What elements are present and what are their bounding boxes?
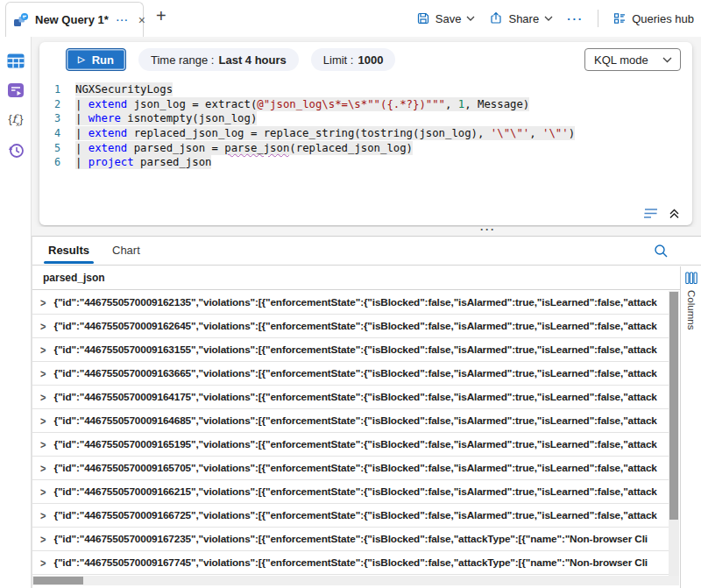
table-row[interactable]: >{"id":"4467550570009163665","violations…: [32, 362, 669, 386]
code-line[interactable]: 5| extend parsed_json = parse_json(repla…: [39, 140, 692, 155]
limit-pill[interactable]: Limit : 1000: [311, 48, 396, 71]
search-icon[interactable]: [654, 244, 669, 262]
columns-icon: [685, 272, 697, 285]
tab-results[interactable]: Results: [48, 237, 89, 265]
query-tab[interactable]: New Query 1* ··· ×: [5, 2, 144, 37]
code-text: | project parsed_json: [75, 156, 211, 168]
expand-row-icon[interactable]: >: [40, 414, 46, 427]
code-text: | extend json_log = extract(@"json_log\s…: [75, 98, 529, 110]
horizontal-scrollbar-thumb[interactable]: [33, 577, 83, 584]
column-header-parsed-json[interactable]: parsed_json: [32, 266, 680, 290]
line-number: 1: [39, 83, 60, 96]
vertical-scrollbar-thumb[interactable]: [669, 292, 678, 520]
table-row[interactable]: >{"id":"4467550570009164685","violations…: [32, 409, 669, 433]
format-lines-icon[interactable]: [643, 208, 658, 219]
more-actions-button[interactable]: ···: [567, 12, 584, 25]
parsed-json-cell: {"id":"4467550570009163155","violations"…: [53, 344, 656, 356]
expand-row-icon[interactable]: >: [40, 296, 46, 308]
parsed-json-cell: {"id":"4467550570009164685","violations"…: [53, 414, 656, 427]
table-row[interactable]: >{"id":"4467550570009166725","violations…: [32, 504, 669, 528]
table-row[interactable]: >{"id":"4467550570009162645","violations…: [32, 315, 669, 338]
results-panel: Results Chart parsed_json >{"id":"446755…: [32, 236, 701, 588]
parsed-json-cell: {"id":"4467550570009166215","violations"…: [53, 485, 656, 498]
table-row[interactable]: >{"id":"4467550570009167745","violations…: [32, 551, 669, 575]
parsed-json-cell: {"id":"4467550570009162135","violations"…: [53, 296, 656, 308]
line-number: 2: [39, 98, 60, 110]
results-tabs: Results Chart: [32, 237, 701, 266]
run-button[interactable]: ▷ Run: [66, 48, 126, 71]
kusto-web-explorer: New Query 1* ··· × + Save: [0, 0, 701, 588]
expand-row-icon[interactable]: >: [40, 367, 46, 379]
line-number: 5: [39, 142, 60, 154]
functions-icon[interactable]: {fx}: [0, 105, 32, 135]
panel-splitter[interactable]: ···: [32, 227, 701, 236]
parsed-json-cell: {"id":"4467550570009163665","violations"…: [53, 367, 656, 379]
code-text: NGXSecurityLogs: [75, 83, 173, 96]
time-range-pill[interactable]: Time range : Last 4 hours: [138, 48, 299, 71]
table-row[interactable]: >{"id":"4467550570009163155","violations…: [32, 338, 669, 362]
expand-row-icon[interactable]: >: [40, 438, 46, 450]
expand-row-icon[interactable]: >: [40, 320, 46, 332]
expand-row-icon[interactable]: >: [40, 462, 46, 474]
saved-queries-icon[interactable]: [0, 75, 32, 105]
expand-row-icon[interactable]: >: [40, 556, 46, 569]
tab-chart[interactable]: Chart: [112, 237, 140, 265]
editor-actions: [643, 208, 680, 219]
code-text: | where isnotempty(json_log): [75, 112, 257, 124]
horizontal-scrollbar[interactable]: [32, 576, 679, 585]
columns-panel-label: Columns: [686, 290, 697, 329]
splitter-handle-icon[interactable]: ···: [480, 223, 496, 236]
new-tab-button[interactable]: +: [156, 7, 166, 25]
table-row[interactable]: >{"id":"4467550570009166215","violations…: [32, 480, 669, 504]
history-icon[interactable]: [0, 135, 32, 165]
save-button[interactable]: Save: [416, 11, 476, 25]
left-sidebar: {fx}: [0, 37, 32, 588]
queries-hub-button[interactable]: Queries hub: [612, 11, 694, 25]
kql-mode-dropdown[interactable]: KQL mode: [584, 48, 681, 71]
code-line[interactable]: 3| where isnotempty(json_log): [39, 111, 692, 126]
top-actions: Save Share ···: [416, 0, 694, 37]
table-row[interactable]: >{"id":"4467550570009165195","violations…: [32, 433, 669, 457]
tab-close-icon[interactable]: ×: [138, 13, 145, 27]
parsed-json-cell: {"id":"4467550570009162645","violations"…: [53, 320, 656, 332]
share-button[interactable]: Share: [489, 11, 553, 25]
query-editor-card: ▷ Run Time range : Last 4 hours Limit : …: [39, 42, 692, 225]
adx-logo-icon: [13, 12, 29, 28]
columns-side-panel[interactable]: Columns: [680, 266, 701, 588]
parsed-json-cell: {"id":"4467550570009166725","violations"…: [53, 509, 656, 521]
line-number: 4: [39, 127, 60, 139]
expand-row-icon[interactable]: >: [40, 485, 46, 498]
expand-row-icon[interactable]: >: [40, 344, 46, 356]
tab-title: New Query 1*: [35, 13, 109, 26]
code-line[interactable]: 2| extend json_log = extract(@"json_log\…: [39, 97, 692, 112]
query-toolbar: ▷ Run Time range : Last 4 hours Limit : …: [39, 42, 692, 77]
expand-row-icon[interactable]: >: [40, 509, 46, 521]
parsed-json-cell: {"id":"4467550570009167235","violations"…: [53, 533, 648, 545]
tab-more-icon[interactable]: ···: [117, 15, 129, 25]
limit-label: Limit :: [323, 53, 354, 67]
chevron-down-icon: [466, 16, 475, 21]
table-row[interactable]: >{"id":"4467550570009162135","violations…: [32, 291, 669, 315]
code-text: | extend replaced_json_log = replace_str…: [75, 127, 575, 139]
table-row[interactable]: >{"id":"4467550570009165705","violations…: [32, 457, 669, 480]
collapse-editor-icon[interactable]: [669, 208, 680, 219]
save-label: Save: [435, 12, 462, 25]
parsed-json-cell: {"id":"4467550570009167745","violations"…: [53, 556, 648, 569]
time-range-label: Time range :: [151, 53, 215, 67]
code-line[interactable]: 6| project parsed_json: [39, 155, 692, 170]
vertical-scrollbar[interactable]: [669, 291, 679, 576]
code-line[interactable]: 4| extend replaced_json_log = replace_st…: [39, 126, 692, 141]
chevron-down-icon: [662, 57, 672, 63]
table-row[interactable]: >{"id":"4467550570009164175","violations…: [32, 386, 669, 409]
results-rows: >{"id":"4467550570009162135","violations…: [32, 291, 669, 576]
table-row[interactable]: >{"id":"4467550570009167235","violations…: [32, 528, 669, 551]
queries-hub-label: Queries hub: [632, 12, 694, 25]
expand-row-icon[interactable]: >: [40, 533, 46, 545]
tables-icon[interactable]: [0, 46, 32, 75]
expand-row-icon[interactable]: >: [40, 391, 46, 403]
queries-hub-icon: [612, 11, 627, 25]
share-icon: [489, 11, 503, 25]
editor-code[interactable]: 1NGXSecurityLogs2| extend json_log = ext…: [39, 82, 692, 170]
time-range-value: Last 4 hours: [218, 53, 286, 67]
code-line[interactable]: 1NGXSecurityLogs: [39, 82, 692, 97]
